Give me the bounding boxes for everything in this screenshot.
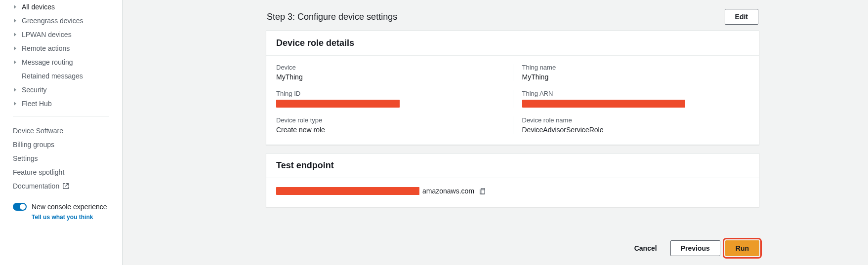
device-role-details-panel: Device role details Device MyThing Thing… xyxy=(266,31,759,145)
sidebar: All devices Greengrass devices LPWAN dev… xyxy=(0,0,123,265)
copy-button[interactable] xyxy=(477,186,487,196)
wizard-action-row: Cancel Previous Run xyxy=(626,240,759,256)
redacted-block xyxy=(522,100,685,108)
sidebar-item-message-routing[interactable]: Message routing xyxy=(0,55,122,69)
thing-arn-value xyxy=(522,99,749,108)
sidebar-item-billing-groups[interactable]: Billing groups xyxy=(0,138,122,151)
sidebar-item-label: Security xyxy=(22,85,116,95)
toggle-knob xyxy=(20,204,26,210)
sidebar-item-label: Billing groups xyxy=(13,141,54,149)
sidebar-divider xyxy=(13,116,109,117)
external-link-icon xyxy=(62,183,69,189)
panel-title: Device role details xyxy=(276,38,749,48)
sidebar-item-lpwan[interactable]: LPWAN devices xyxy=(0,28,122,41)
step-title: Step 3: Configure device settings xyxy=(267,12,397,22)
previous-button[interactable]: Previous xyxy=(670,240,720,256)
sidebar-item-feature-spotlight[interactable]: Feature spotlight xyxy=(0,165,122,179)
sidebar-item-label: LPWAN devices xyxy=(22,30,116,39)
run-button[interactable]: Run xyxy=(725,240,759,256)
device-role-type-value: Create new role xyxy=(276,126,513,134)
sidebar-item-label: Remote actions xyxy=(22,43,116,53)
redacted-block xyxy=(276,187,419,195)
sidebar-item-greengrass[interactable]: Greengrass devices xyxy=(0,14,122,28)
sidebar-item-device-software[interactable]: Device Software xyxy=(0,124,122,138)
toggle-label: New console experience xyxy=(32,203,107,211)
sidebar-item-documentation[interactable]: Documentation xyxy=(0,179,122,193)
panel-title: Test endpoint xyxy=(276,160,749,171)
cancel-button[interactable]: Cancel xyxy=(626,240,665,256)
thing-arn-label: Thing ARN xyxy=(522,90,749,97)
device-label: Device xyxy=(276,64,513,71)
sidebar-item-fleet-hub[interactable]: Fleet Hub xyxy=(0,97,122,111)
device-role-type-label: Device role type xyxy=(276,116,513,124)
caret-right-icon xyxy=(13,87,18,92)
device-role-name-label: Device role name xyxy=(522,116,749,124)
endpoint-suffix: amazonaws.com xyxy=(422,187,474,195)
caret-right-icon xyxy=(13,4,18,9)
sidebar-item-all-devices[interactable]: All devices xyxy=(0,0,122,14)
sidebar-item-label: Retained messages xyxy=(22,71,116,81)
sidebar-item-label: Greengrass devices xyxy=(22,16,116,26)
test-endpoint-panel: Test endpoint amazonaws.com xyxy=(266,153,759,207)
copy-icon xyxy=(479,188,486,195)
sidebar-item-label: Documentation xyxy=(13,182,59,190)
sidebar-item-security[interactable]: Security xyxy=(0,83,122,97)
caret-right-icon xyxy=(13,18,18,23)
new-console-toggle[interactable] xyxy=(13,203,27,211)
sidebar-item-label: Device Software xyxy=(13,127,63,135)
feedback-link[interactable]: Tell us what you think xyxy=(32,214,122,221)
sidebar-item-label: All devices xyxy=(22,2,116,12)
thing-id-label: Thing ID xyxy=(276,90,513,97)
thing-name-value: MyThing xyxy=(522,73,749,81)
caret-right-icon xyxy=(13,101,18,106)
sidebar-item-remote-actions[interactable]: Remote actions xyxy=(0,41,122,55)
device-role-name-value: DeviceAdvisorServiceRole xyxy=(522,126,749,134)
sidebar-item-settings[interactable]: Settings xyxy=(0,151,122,165)
sidebar-item-label: Settings xyxy=(13,154,38,162)
sidebar-item-label: Feature spotlight xyxy=(13,168,64,176)
main-content: Step 3: Configure device settings Edit D… xyxy=(123,0,868,265)
thing-name-label: Thing name xyxy=(522,64,749,71)
sidebar-item-retained-messages[interactable]: Retained messages xyxy=(0,69,122,83)
edit-button[interactable]: Edit xyxy=(725,9,758,25)
thing-id-value xyxy=(276,99,513,108)
device-value: MyThing xyxy=(276,73,513,81)
redacted-block xyxy=(276,100,400,108)
caret-right-icon xyxy=(13,32,18,37)
caret-right-icon xyxy=(13,60,18,65)
sidebar-item-label: Fleet Hub xyxy=(22,99,116,109)
sidebar-item-label: Message routing xyxy=(22,57,116,67)
caret-right-icon xyxy=(13,46,18,51)
